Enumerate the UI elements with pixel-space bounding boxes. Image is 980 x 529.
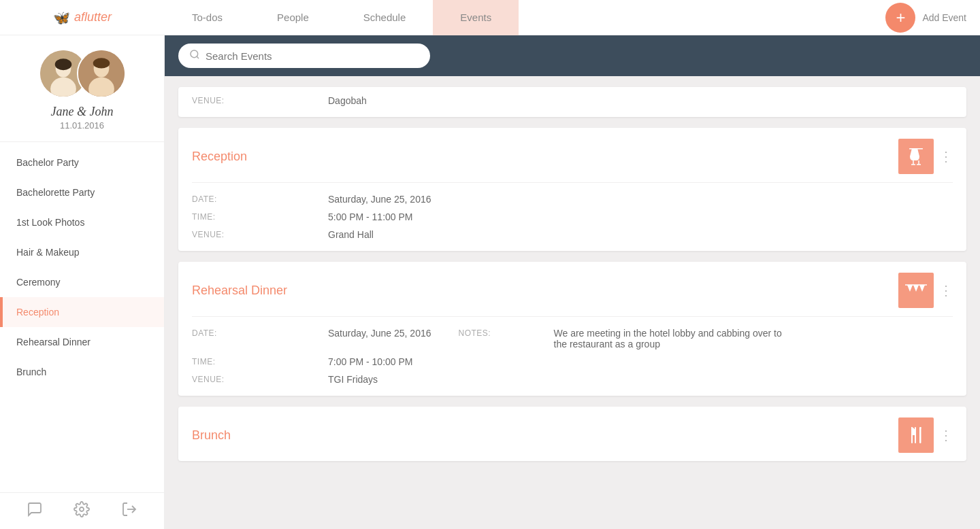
- champagne-glasses-icon: [905, 146, 927, 167]
- svg-marker-20: [913, 285, 919, 292]
- settings-icon-svg: [74, 501, 90, 517]
- logout-icon-svg: [121, 501, 137, 517]
- fork-knife-icon: [905, 424, 927, 446]
- svg-rect-24: [919, 427, 921, 443]
- sidebar-nav: Bachelor Party Bachelorette Party 1st Lo…: [0, 142, 164, 492]
- reception-date-row: DATE: Saturday, June 25, 2016: [192, 194, 953, 205]
- search-input[interactable]: [206, 50, 419, 62]
- reception-venue-row: VENUE: Grand Hall: [192, 229, 953, 240]
- couple-profile: Jane & John 11.01.2016: [0, 35, 164, 142]
- search-input-wrapper[interactable]: [178, 44, 430, 68]
- svg-marker-21: [919, 285, 925, 292]
- event-header-right-brunch: ⋮: [898, 417, 953, 453]
- rehearsal-notes-label: NOTES:: [459, 328, 554, 338]
- nav-todos[interactable]: To-dos: [165, 0, 250, 35]
- avatar-male: [77, 49, 126, 98]
- sidebar-item-1st-look-photos[interactable]: 1st Look Photos: [0, 207, 164, 237]
- sidebar-item-bachelorette-party[interactable]: Bachelorette Party: [0, 177, 164, 207]
- event-card-rehearsal-header: Rehearsal Dinner ⋮: [178, 262, 966, 316]
- brunch-menu-button[interactable]: ⋮: [939, 428, 953, 442]
- event-header-right-reception: ⋮: [898, 139, 953, 174]
- event-title-reception: Reception: [192, 150, 247, 164]
- search-bar: [165, 35, 980, 76]
- reception-venue-value: Grand Hall: [328, 229, 374, 240]
- sidebar-item-brunch[interactable]: Brunch: [0, 357, 164, 387]
- chat-icon-svg: [27, 501, 43, 517]
- sidebar: Jane & John 11.01.2016 Bachelor Party Ba…: [0, 35, 165, 529]
- reception-time-value: 5:00 PM - 11:00 PM: [328, 211, 413, 222]
- search-icon: [189, 49, 200, 63]
- chat-icon[interactable]: [27, 501, 43, 521]
- sidebar-item-rehearsal-dinner[interactable]: Rehearsal Dinner: [0, 327, 164, 357]
- reception-menu-button[interactable]: ⋮: [939, 150, 953, 163]
- rehearsal-date-row: DATE: Saturday, June 25, 2016 NOTES: We …: [192, 328, 953, 349]
- reception-date-value: Saturday, June 25, 2016: [328, 194, 431, 205]
- event-header-right-rehearsal: ⋮: [898, 273, 953, 308]
- svg-point-4: [55, 60, 63, 66]
- svg-marker-19: [907, 285, 913, 292]
- event-card-reception-header: Reception: [178, 128, 966, 182]
- event-title-rehearsal: Rehearsal Dinner: [192, 284, 287, 298]
- rehearsal-time-value: 7:00 PM - 10:00 PM: [328, 356, 413, 367]
- svg-line-12: [197, 56, 199, 58]
- rehearsal-time-label: TIME:: [192, 356, 328, 366]
- rehearsal-time-row: TIME: 7:00 PM - 10:00 PM: [192, 356, 953, 367]
- main-layout: Jane & John 11.01.2016 Bachelor Party Ba…: [0, 35, 980, 529]
- main-nav: To-dos People Schedule Events: [165, 0, 885, 35]
- svg-point-8: [93, 58, 110, 68]
- rehearsal-menu-button[interactable]: ⋮: [939, 284, 953, 297]
- nav-schedule[interactable]: Schedule: [336, 0, 434, 35]
- event-card-rehearsal-dinner: Rehearsal Dinner ⋮: [178, 262, 966, 396]
- top-navigation: 🦋 aflutter To-dos People Schedule Events…: [0, 0, 980, 35]
- couple-avatars: [39, 49, 126, 98]
- sidebar-item-reception[interactable]: Reception: [0, 297, 164, 327]
- nav-events[interactable]: Events: [433, 0, 519, 35]
- content-area: VENUE: Dagobah Reception: [165, 35, 980, 529]
- bunting-icon: [904, 279, 928, 301]
- rehearsal-date-label: DATE:: [192, 328, 328, 338]
- sidebar-footer: [0, 492, 164, 529]
- partial-venue-area: VENUE: Dagobah: [178, 87, 966, 117]
- sidebar-item-hair-makeup[interactable]: Hair & Makeup: [0, 237, 164, 267]
- logo-area: 🦋 aflutter: [0, 10, 165, 26]
- rehearsal-venue-label: VENUE:: [192, 374, 328, 384]
- svg-rect-17: [909, 148, 923, 150]
- male-avatar-image: [78, 50, 125, 97]
- couple-name: Jane & John: [51, 105, 114, 119]
- nav-people[interactable]: People: [250, 0, 336, 35]
- rehearsal-details: DATE: Saturday, June 25, 2016 NOTES: We …: [178, 317, 966, 396]
- svg-point-9: [80, 507, 84, 511]
- event-title-brunch: Brunch: [192, 428, 231, 443]
- event-card-reception: Reception: [178, 128, 966, 251]
- event-card-brunch: Brunch ⋮: [178, 407, 966, 461]
- add-event-button[interactable]: +: [885, 3, 915, 33]
- partial-venue-row: VENUE: Dagobah: [192, 95, 953, 106]
- male-avatar-svg: [78, 49, 125, 98]
- rehearsal-notes-value: We are meeting in the hotel lobby and ca…: [554, 328, 785, 349]
- reception-venue-label: VENUE:: [192, 229, 328, 239]
- event-card-partial: VENUE: Dagobah: [178, 87, 966, 117]
- couple-date: 11.01.2016: [60, 120, 104, 131]
- partial-venue-label: VENUE:: [192, 95, 328, 105]
- rehearsal-icon-box: [898, 273, 934, 308]
- rehearsal-venue-value: TGI Fridays: [328, 374, 378, 385]
- logo-text: aflutter: [74, 10, 112, 24]
- reception-icon-box: [898, 139, 934, 174]
- events-list: VENUE: Dagobah Reception: [165, 76, 980, 529]
- rehearsal-venue-row: VENUE: TGI Fridays: [192, 374, 953, 385]
- settings-icon[interactable]: [74, 501, 90, 521]
- sidebar-item-bachelor-party[interactable]: Bachelor Party: [0, 148, 164, 177]
- logout-icon[interactable]: [121, 501, 137, 521]
- search-icon-svg: [189, 49, 200, 60]
- svg-point-11: [191, 50, 198, 58]
- add-event-label: Add Event: [922, 12, 966, 23]
- sidebar-item-ceremony[interactable]: Ceremony: [0, 267, 164, 297]
- reception-time-label: TIME:: [192, 211, 328, 222]
- brunch-icon-box: [898, 417, 934, 453]
- reception-details: DATE: Saturday, June 25, 2016 TIME: 5:00…: [178, 183, 966, 251]
- reception-time-row: TIME: 5:00 PM - 11:00 PM: [192, 211, 953, 222]
- butterfly-icon: 🦋: [53, 10, 70, 26]
- rehearsal-date-value: Saturday, June 25, 2016: [328, 328, 431, 339]
- add-event-area: + Add Event: [885, 3, 980, 33]
- partial-venue-value: Dagobah: [328, 95, 367, 106]
